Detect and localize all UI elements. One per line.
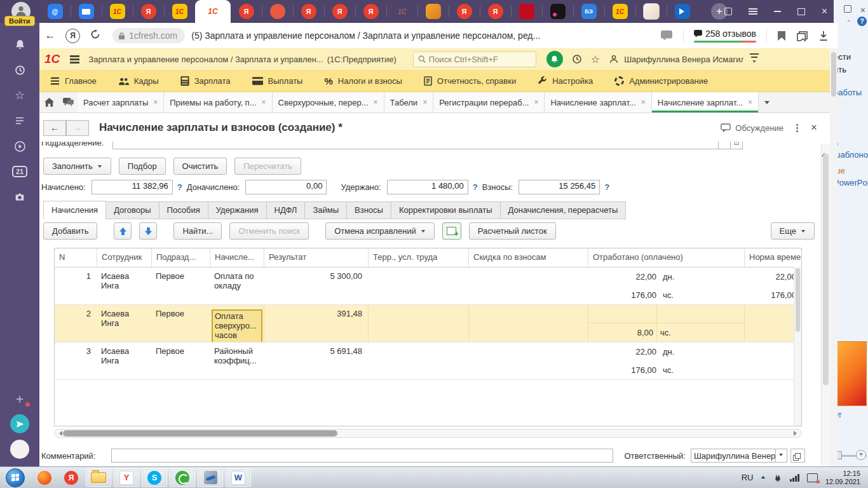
taskbar-media-app-icon[interactable] [198, 468, 223, 487]
section-tab[interactable]: Доначисления, перерасчеты [500, 201, 627, 219]
section-tab[interactable]: Удержания [208, 201, 267, 219]
browser-tab[interactable]: 1С [102, 0, 133, 23]
section-tab[interactable]: Взносы [346, 201, 391, 219]
total-value-input[interactable]: 0,00 [245, 180, 327, 194]
more-button[interactable]: Еще [771, 222, 815, 240]
restore-window-icon[interactable] [844, 5, 851, 13]
login-badge[interactable]: Войти [4, 16, 35, 26]
help-icon[interactable]: ? [468, 182, 482, 192]
taskbar-explorer-icon[interactable] [86, 468, 111, 487]
app-tab[interactable]: Начисление зарплат... [545, 92, 651, 112]
signal-bars-icon[interactable] [790, 474, 799, 482]
close-tab-icon[interactable] [423, 98, 427, 107]
browser-menu-icon[interactable] [749, 8, 757, 10]
section-tab[interactable]: Корректировки выплаты [391, 201, 501, 219]
browser-tab[interactable] [71, 0, 102, 23]
calendar-icon[interactable]: 21 [0, 159, 39, 184]
section-tab[interactable]: Договоры [105, 201, 159, 219]
cancel-fixes-button[interactable]: Отмена исправлений [325, 222, 435, 240]
column-header[interactable]: Результат [264, 248, 368, 267]
menu-item-administration[interactable]: Администрирование [604, 71, 719, 92]
section-tab[interactable]: Займы [304, 201, 347, 219]
menu-item-main[interactable]: Главное [39, 71, 107, 92]
responsible-field[interactable]: Шарифуллина Венера И [691, 449, 787, 463]
messenger-icon[interactable] [0, 411, 39, 437]
browser-tab[interactable] [511, 0, 542, 23]
browser-tab[interactable] [542, 0, 573, 23]
tab-list-dropdown-icon[interactable] [759, 92, 775, 112]
responsible-open-button[interactable] [790, 449, 805, 463]
menu-item-taxes[interactable]: % Налоги и взносы [313, 71, 412, 92]
history-icon[interactable] [0, 57, 39, 83]
menu-item-payments[interactable]: Выплаты [241, 71, 314, 92]
department-input[interactable] [112, 142, 719, 149]
app-tab[interactable]: Расчет зарплаты [78, 92, 164, 112]
taskbar-browser-icon[interactable] [32, 469, 57, 486]
taskbar-word-icon[interactable]: W [226, 468, 251, 487]
home-icon[interactable] [39, 92, 58, 112]
browser-tab[interactable]: 1С [164, 0, 195, 23]
menu-item-reports[interactable]: Отчетность, справки [413, 71, 527, 92]
help-icon[interactable]: ? [173, 182, 187, 192]
close-tab-icon[interactable] [153, 98, 158, 107]
collapse-ribbon-icon[interactable]: ⌃ [846, 19, 851, 26]
taskbar-yandex-icon[interactable]: Я [59, 469, 83, 486]
app-tab[interactable]: Приемы на работу, п... [164, 92, 272, 112]
column-header[interactable]: Начисле... [210, 248, 264, 267]
dropdown-icon[interactable] [775, 449, 787, 462]
search-input[interactable]: Поиск Ctrl+Shift+F [413, 51, 536, 67]
add-panel-icon[interactable]: ＋ [0, 386, 39, 411]
close-window-icon[interactable]: × [860, 5, 865, 15]
section-tab[interactable]: Пособия [159, 201, 208, 219]
tab-panel-icon[interactable] [724, 8, 732, 15]
page-scrollbar[interactable] [830, 48, 837, 467]
table-vertical-scrollbar[interactable] [794, 267, 801, 426]
user-icon[interactable] [609, 54, 619, 64]
sidebar-chat-icon[interactable] [660, 30, 673, 41]
add-row-button[interactable]: Добавить [43, 222, 97, 240]
clear-button[interactable]: Очистить [173, 158, 227, 175]
recalculate-button[interactable]: Пересчитать [234, 158, 301, 175]
table-row[interactable]: 3 Исаева Инга Первое Районный коэффиц...… [55, 342, 801, 380]
column-header[interactable]: Скидка по взносам [468, 248, 588, 267]
insert-rows-button[interactable]: + [442, 222, 461, 240]
form-vertical-scrollbar[interactable] [821, 144, 830, 465]
close-browser-icon[interactable]: × [822, 6, 827, 17]
app-tab[interactable]: Начисление зарплат... [652, 92, 759, 112]
menu-item-staff[interactable]: Кадры [107, 71, 170, 92]
total-value-input[interactable]: 15 256,45 [519, 180, 600, 194]
move-up-button[interactable] [114, 222, 132, 240]
zoom-in-icon[interactable]: + [856, 450, 866, 460]
network-disconnected-icon[interactable] [807, 473, 818, 482]
form-forward-button[interactable]: → [66, 120, 89, 136]
fill-button[interactable]: Заполнить [43, 158, 111, 175]
tray-expand-icon[interactable] [761, 474, 765, 478]
browser-tab[interactable]: 1С [604, 0, 635, 23]
form-back-button[interactable]: ← [43, 120, 66, 136]
user-name[interactable]: Шарифуллина Венера Исмагилов... [624, 55, 743, 64]
browser-tab[interactable]: Я [480, 0, 511, 23]
browser-tab[interactable]: Я [133, 0, 164, 23]
section-tab[interactable]: Начисления [43, 201, 106, 219]
column-header[interactable]: Терр., усл. труда [368, 248, 468, 267]
taskbar-skype-icon[interactable]: S [142, 468, 167, 487]
browser-tab[interactable]: Я [324, 0, 355, 23]
help-icon[interactable]: ? [600, 182, 614, 192]
close-tab-icon[interactable] [641, 98, 646, 107]
maximize-icon[interactable] [797, 8, 805, 15]
yandex-home-icon[interactable]: Я [65, 29, 80, 43]
selected-cell[interactable]: Оплата сверхуро... часов [212, 309, 262, 342]
video-play-icon[interactable] [0, 133, 39, 159]
browser-tab[interactable] [667, 0, 698, 23]
app-tab[interactable]: Сверхурочные, перер... [273, 92, 384, 112]
browser-tab[interactable]: @ [39, 0, 71, 23]
notifications-bell-icon[interactable] [0, 32, 39, 57]
minimize-icon[interactable] [774, 11, 781, 12]
clock[interactable]: 12:15 12.09.2021 [825, 470, 863, 486]
browser-tab[interactable]: 1С [386, 0, 417, 23]
browser-tab[interactable]: БЭ [573, 0, 604, 23]
favorites-star-icon[interactable]: ☆ [591, 53, 600, 65]
pick-button[interactable]: Подбор [119, 158, 166, 175]
collections-icon[interactable] [796, 30, 808, 41]
scrollbar-thumb[interactable] [63, 430, 337, 437]
